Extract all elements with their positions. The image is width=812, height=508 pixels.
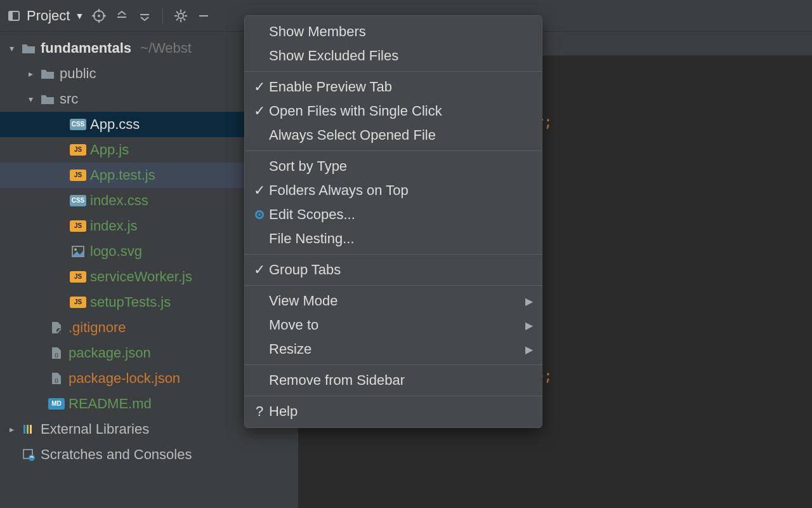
expand-all-icon[interactable] bbox=[114, 8, 129, 23]
menu-view-mode[interactable]: View Mode▶ bbox=[245, 289, 542, 313]
svg-line-18 bbox=[183, 11, 185, 13]
svg-line-16 bbox=[183, 18, 185, 20]
markdown-file-icon: MD bbox=[48, 397, 65, 411]
js-file-icon: JS bbox=[70, 295, 86, 309]
gear-icon[interactable] bbox=[173, 8, 188, 23]
folder-icon bbox=[39, 92, 56, 106]
tree-label: public bbox=[60, 65, 96, 82]
js-file-icon: JS bbox=[70, 270, 86, 284]
menu-folders-top[interactable]: ✓Folders Always on Top bbox=[245, 178, 542, 203]
menu-divider bbox=[245, 254, 542, 255]
svg-point-21 bbox=[74, 248, 77, 251]
menu-sort-by-type[interactable]: Sort by Type bbox=[245, 154, 542, 178]
radio-icon bbox=[250, 206, 269, 223]
menu-divider bbox=[245, 396, 542, 396]
menu-group-tabs[interactable]: ✓Group Tabs bbox=[245, 258, 542, 282]
svg-point-30 bbox=[29, 455, 35, 461]
menu-show-members[interactable]: Show Members bbox=[245, 20, 542, 44]
folder-icon bbox=[39, 67, 56, 81]
json-file-icon: {} bbox=[48, 371, 65, 385]
menu-move-to[interactable]: Move to▶ bbox=[245, 313, 542, 337]
chevron-right-icon: ▶ bbox=[525, 295, 533, 307]
tree-label: App.test.js bbox=[90, 167, 155, 184]
svg-point-3 bbox=[98, 15, 100, 17]
chevron-right-icon: ▸ bbox=[6, 424, 16, 434]
menu-enable-preview[interactable]: ✓Enable Preview Tab bbox=[245, 75, 542, 99]
tree-label: logo.svg bbox=[90, 243, 142, 260]
tree-label: package.json bbox=[69, 345, 151, 361]
js-file-icon: JS bbox=[70, 219, 86, 233]
image-file-icon bbox=[70, 244, 86, 258]
file-icon bbox=[48, 321, 65, 335]
tree-label: index.js bbox=[90, 218, 138, 234]
help-icon: ? bbox=[250, 403, 269, 420]
tree-label: Scratches and Consoles bbox=[41, 446, 192, 463]
project-selector[interactable]: Project ▼ bbox=[6, 8, 84, 24]
tree-label: src bbox=[60, 91, 78, 107]
window-icon bbox=[6, 8, 22, 23]
libraries-icon bbox=[20, 422, 37, 436]
menu-show-excluded[interactable]: Show Excluded Files bbox=[245, 44, 542, 68]
collapse-all-icon[interactable] bbox=[137, 8, 152, 23]
menu-remove-sidebar[interactable]: Remove from Sidebar bbox=[245, 368, 542, 392]
js-file-icon: JS bbox=[70, 168, 86, 182]
scratches-icon bbox=[20, 448, 37, 462]
check-icon: ✓ bbox=[250, 103, 269, 119]
svg-rect-28 bbox=[30, 425, 32, 434]
tree-scratches[interactable]: ▸ Scratches and Consoles bbox=[0, 442, 298, 467]
check-icon: ✓ bbox=[250, 262, 269, 278]
tree-label: README.md bbox=[69, 396, 152, 412]
tree-label: fundamentals bbox=[41, 40, 131, 57]
json-file-icon: {} bbox=[48, 346, 65, 360]
chevron-right-icon: ▶ bbox=[525, 344, 533, 356]
menu-open-single-click[interactable]: ✓Open Files with Single Click bbox=[245, 99, 542, 123]
chevron-right-icon: ▸ bbox=[25, 69, 36, 79]
menu-divider bbox=[245, 364, 542, 365]
svg-line-17 bbox=[176, 18, 178, 20]
menu-divider bbox=[245, 71, 542, 72]
minimize-icon[interactable] bbox=[196, 8, 211, 23]
tree-path: ~/Webst bbox=[140, 40, 192, 57]
folder-icon bbox=[20, 41, 37, 55]
chevron-down-icon: ▾ bbox=[25, 94, 36, 104]
js-file-icon: JS bbox=[70, 143, 86, 157]
toolbar-separator bbox=[162, 8, 163, 24]
css-file-icon: CSS bbox=[70, 117, 86, 131]
chevron-right-icon: ▶ bbox=[525, 319, 533, 331]
menu-always-select[interactable]: Always Select Opened File bbox=[245, 123, 542, 147]
target-icon[interactable] bbox=[91, 8, 107, 23]
svg-point-10 bbox=[178, 13, 183, 18]
tree-label: serviceWorker.js bbox=[90, 269, 192, 285]
css-file-icon: CSS bbox=[70, 194, 86, 208]
tree-label: App.js bbox=[90, 142, 129, 158]
tree-label: .gitignore bbox=[69, 319, 126, 336]
chevron-down-icon: ▾ bbox=[6, 43, 16, 53]
menu-file-nesting[interactable]: File Nesting... bbox=[245, 227, 542, 251]
tree-label: index.css bbox=[90, 192, 148, 209]
svg-rect-27 bbox=[27, 425, 29, 434]
menu-edit-scopes[interactable]: Edit Scopes... bbox=[245, 203, 542, 227]
tree-label: External Libraries bbox=[41, 421, 149, 438]
menu-help[interactable]: ?Help bbox=[245, 399, 542, 424]
menu-divider bbox=[245, 150, 542, 151]
svg-rect-26 bbox=[23, 425, 25, 434]
svg-text:{}: {} bbox=[55, 377, 58, 383]
options-popup: Show Members Show Excluded Files ✓Enable… bbox=[244, 15, 542, 428]
svg-rect-1 bbox=[9, 11, 13, 20]
menu-resize[interactable]: Resize▶ bbox=[245, 337, 542, 361]
menu-divider bbox=[245, 285, 542, 286]
svg-line-15 bbox=[176, 11, 178, 13]
tree-label: setupTests.js bbox=[90, 294, 171, 311]
tree-label: package-lock.json bbox=[69, 370, 180, 387]
tree-label: App.css bbox=[90, 116, 140, 133]
dropdown-icon: ▼ bbox=[75, 11, 84, 21]
check-icon: ✓ bbox=[250, 182, 269, 199]
check-icon: ✓ bbox=[250, 79, 269, 95]
svg-text:{}: {} bbox=[55, 352, 58, 358]
project-label: Project bbox=[27, 8, 70, 24]
